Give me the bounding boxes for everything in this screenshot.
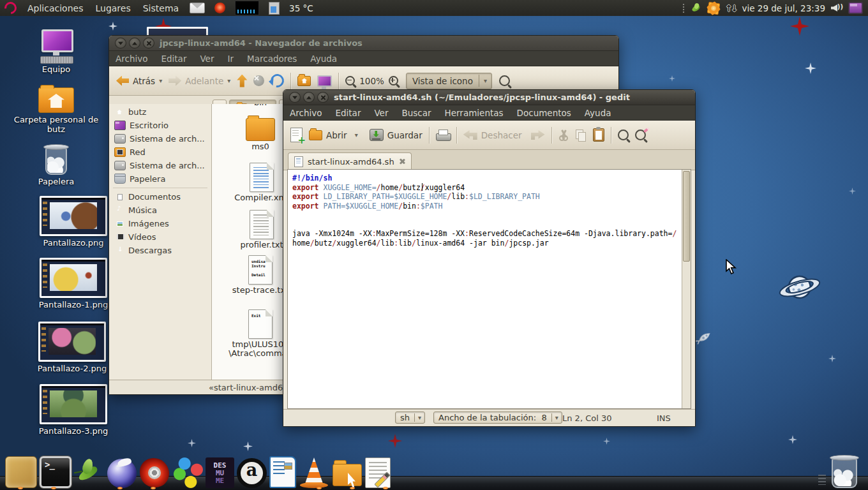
back-button[interactable]: Atrás ▾ — [113, 73, 165, 89]
new-document-button[interactable] — [287, 125, 306, 145]
gedit-menu-archivo[interactable]: Archivo — [290, 108, 322, 118]
gedit-menu-herramientas[interactable]: Herramientas — [445, 108, 504, 118]
forward-button[interactable]: Adelante ▾ — [165, 73, 234, 89]
updates-star-icon[interactable] — [707, 1, 721, 15]
dock-letter-a[interactable]: a — [237, 458, 267, 488]
up-button[interactable] — [234, 72, 250, 90]
undo-button[interactable]: Deshacer — [460, 128, 525, 143]
grip-icon[interactable] — [682, 3, 685, 13]
volume-icon[interactable] — [831, 3, 842, 13]
sidebar-item-videos[interactable]: Vídeos — [109, 230, 211, 244]
language-select[interactable]: sh ▾ — [395, 412, 425, 424]
print-button[interactable] — [433, 127, 453, 144]
desktop-icon-equipo[interactable]: Equipo — [34, 29, 79, 74]
dock-hummingbird[interactable] — [74, 457, 105, 488]
find-button[interactable] — [615, 127, 632, 143]
zoom-in-button[interactable] — [385, 73, 401, 88]
sidebar-item-documentos[interactable]: Documentos — [109, 190, 211, 204]
fm-menu-marcadores[interactable]: Marcadores — [247, 54, 297, 64]
clipboard-bird-icon[interactable] — [691, 3, 702, 13]
dock-terminal[interactable]: >_ — [40, 456, 71, 488]
sidebar-item-imagenes[interactable]: Imágenes — [109, 217, 211, 230]
mail-icon[interactable] — [190, 3, 205, 13]
tab-width-select[interactable]: Ancho de la tabulación: 8 ▾ — [433, 412, 562, 424]
open-recent-caret[interactable]: ▾ — [355, 131, 358, 138]
dock-anchor[interactable] — [5, 456, 37, 488]
replace-button[interactable] — [632, 127, 649, 143]
sidebar-item-sistemadearch[interactable]: Sistema de arch... — [109, 132, 211, 145]
view-mode-caret[interactable]: ▾ — [479, 75, 491, 87]
home-button[interactable] — [294, 73, 314, 89]
network-arrows-icon[interactable]: ↑↓ — [725, 3, 736, 13]
dock-file-manager[interactable] — [332, 457, 363, 488]
debian-logo-icon[interactable] — [2, 0, 19, 17]
fm-menu-ayuda[interactable]: Ayuda — [310, 54, 337, 64]
gedit-text-area[interactable]: #!/bin/shexport XUGGLE_HOME=/home/butz/x… — [287, 169, 691, 409]
gedit-minimize-button[interactable] — [289, 92, 301, 103]
system-monitor-icon[interactable] — [235, 1, 259, 15]
sidebar-item-sistemadearch[interactable]: Sistema de arch... — [109, 159, 211, 172]
dock-text-editor[interactable] — [365, 457, 391, 488]
sidebar-item-descargas[interactable]: Descargas — [109, 244, 211, 257]
fm-menu-editar[interactable]: Editar — [161, 54, 186, 64]
desktop-icon-pantallazo-2[interactable]: Pantallazo-2.png — [31, 322, 114, 373]
redo-button[interactable] — [528, 128, 548, 142]
sidebar-item-escritorio[interactable]: Escritorio — [109, 119, 211, 132]
dock-grip-handle[interactable] — [818, 475, 826, 485]
desktop-icon-papelera[interactable]: Papelera — [37, 144, 75, 186]
dock-trash[interactable] — [830, 455, 859, 488]
dock-disc-burner[interactable] — [139, 457, 170, 488]
fm-menu-ver[interactable]: Ver — [200, 54, 214, 64]
flame-icon[interactable] — [214, 3, 225, 13]
copy-button[interactable] — [572, 127, 590, 144]
fm-titlebar[interactable]: jpcsp-linux-amd64 - Navegador de archivo… — [109, 36, 618, 51]
display-icon[interactable] — [848, 2, 863, 14]
fm-maximize-button[interactable] — [129, 38, 140, 48]
gedit-menu-documentos[interactable]: Documentos — [517, 108, 571, 118]
gedit-scrollbar[interactable] — [682, 170, 691, 408]
desktop-icon-pantallazo-3[interactable]: Pantallazo-3.png — [32, 384, 115, 436]
reload-button[interactable] — [267, 71, 287, 90]
language-caret[interactable]: ▾ — [414, 413, 424, 422]
fm-close-button[interactable] — [143, 38, 154, 48]
code-editor-content[interactable]: #!/bin/shexport XUGGLE_HOME=/home/butz/x… — [288, 170, 682, 408]
view-mode-select[interactable]: Vista de icono ▾ — [406, 73, 492, 89]
search-button[interactable] — [496, 73, 513, 89]
dock-colored-dots[interactable] — [172, 457, 203, 488]
scrollbar-thumb[interactable] — [683, 171, 690, 262]
panel-menu-aplicaciones[interactable]: Aplicaciones — [26, 2, 84, 15]
sidebar-item-papelera[interactable]: Papelera — [109, 172, 211, 186]
stop-button[interactable] — [250, 73, 267, 89]
dock-browser-globe[interactable] — [107, 459, 137, 488]
dock-vlc[interactable] — [299, 457, 329, 488]
desktop-icon-pantallazo[interactable]: Pantallazo.png — [32, 196, 115, 248]
cut-button[interactable] — [555, 127, 572, 144]
desktop-icon-pantallazo-1[interactable]: Pantallazo-1.png — [32, 258, 115, 309]
gedit-titlebar[interactable]: start-linux-amd64.sh (~/Emuladores/jpcsp… — [283, 90, 695, 105]
sidebar-item-musica[interactable]: Música — [109, 204, 211, 217]
gedit-close-button[interactable] — [317, 92, 329, 103]
fm-minimize-button[interactable] — [115, 38, 126, 48]
panel-menu-lugares[interactable]: Lugares — [94, 2, 131, 15]
sidebar-item-butz[interactable]: butz — [109, 105, 211, 119]
gedit-menu-editar[interactable]: Editar — [335, 108, 361, 118]
panel-menu-sistema[interactable]: Sistema — [142, 2, 180, 15]
gedit-maximize-button[interactable] — [303, 92, 315, 103]
zoom-out-button[interactable] — [342, 73, 358, 88]
sidebar-item-red[interactable]: Red — [109, 145, 211, 159]
fm-menu-ir[interactable]: Ir — [227, 54, 234, 64]
tab-width-caret[interactable]: ▾ — [551, 413, 562, 422]
tab-close-icon[interactable] — [399, 158, 405, 165]
memory-icon[interactable] — [269, 2, 280, 15]
gedit-menu-ver[interactable]: Ver — [374, 108, 388, 118]
gedit-menu-buscar[interactable]: Buscar — [401, 108, 431, 118]
open-button[interactable]: Abrir ▾ — [306, 128, 361, 143]
dock-desmume[interactable]: DESMUME — [206, 457, 234, 488]
computer-button[interactable] — [314, 73, 335, 89]
dock-writer[interactable] — [269, 456, 296, 488]
tab-start-linux-amd64[interactable]: start-linux-amd64.sh — [288, 152, 412, 170]
paste-button[interactable] — [590, 126, 608, 144]
back-history-caret[interactable]: ▾ — [159, 77, 162, 84]
gedit-menu-ayuda[interactable]: Ayuda — [585, 108, 611, 118]
desktop-icon-carpeta-personal[interactable]: Carpeta personal de butz — [8, 85, 104, 134]
